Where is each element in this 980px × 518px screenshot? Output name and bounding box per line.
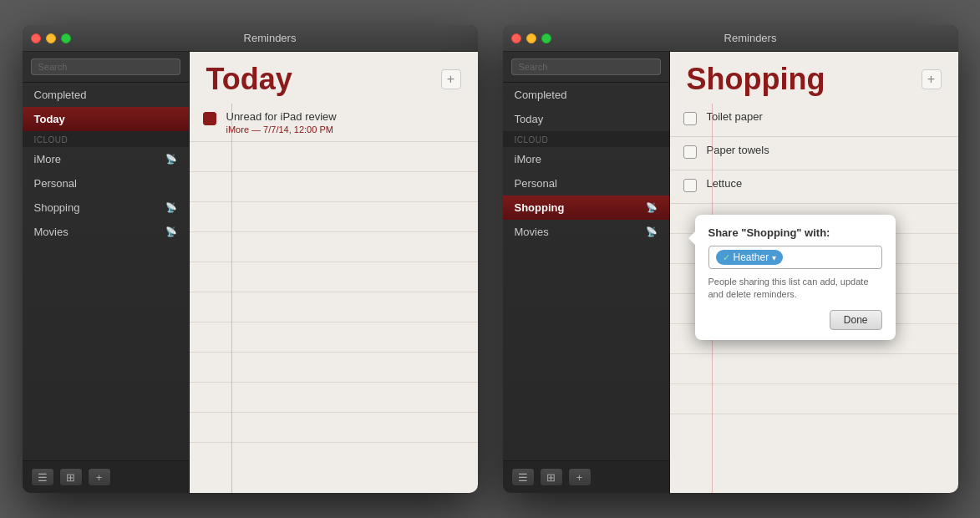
empty-line — [190, 142, 478, 172]
table-row[interactable]: Toilet paper — [670, 104, 958, 137]
titlebar-2: Reminders — [503, 25, 958, 52]
add-list-button-2[interactable]: + — [568, 468, 592, 486]
sidebar-item-today-1[interactable]: Today — [23, 107, 189, 131]
search-input-1[interactable] — [31, 58, 180, 75]
rss-icon-imore-1: 📡 — [165, 154, 177, 165]
sidebar-item-label: Today — [515, 113, 544, 125]
titlebar-1: Reminders — [23, 25, 478, 52]
note-lines-1: Unread for iPad review iMore — 7/7/14, 1… — [190, 104, 478, 493]
empty-line — [190, 232, 478, 262]
sidebar-item-personal-1[interactable]: Personal — [23, 171, 189, 196]
sidebar-item-movies-2[interactable]: Movies 📡 — [503, 220, 669, 244]
heather-tag[interactable]: ✓ Heather ▾ — [716, 250, 784, 265]
close-button-1[interactable] — [31, 33, 41, 43]
main-content-1: Today + Unread for iPad review iMore — 7… — [190, 52, 478, 493]
sidebar-item-label: Shopping — [515, 201, 565, 214]
sidebar-items-2: Completed Today iCloud iMore Personal Sh… — [503, 83, 669, 460]
add-list-button-1[interactable]: + — [88, 468, 111, 486]
reminder-checkbox-1[interactable] — [203, 112, 216, 125]
grid-view-button-2[interactable]: ⊞ — [540, 468, 563, 486]
chevron-down-icon: ▾ — [772, 253, 776, 262]
empty-line — [190, 292, 478, 322]
grid-view-button-1[interactable]: ⊞ — [59, 468, 83, 486]
sidebar-search-2 — [503, 52, 669, 83]
main-header-2: Shopping + — [670, 52, 958, 104]
sidebar-item-today-2[interactable]: Today — [503, 107, 669, 131]
sidebar-item-shopping-2[interactable]: Shopping 📡 — [503, 196, 669, 220]
sidebar-1: Completed Today iCloud iMore 📡 Personal … — [23, 52, 190, 493]
sidebar-item-label: Completed — [34, 89, 87, 101]
reminder-checkbox-lettuce[interactable] — [683, 179, 697, 192]
sidebar-item-label: Movies — [515, 226, 549, 238]
window-body-2: Completed Today iCloud iMore Personal Sh… — [503, 52, 958, 493]
window-title-2: Reminders — [551, 32, 950, 44]
rss-icon-movies-1: 📡 — [165, 226, 177, 237]
sidebar-item-imore-2[interactable]: iMore — [503, 147, 669, 171]
sidebar-item-movies-1[interactable]: Movies 📡 — [23, 220, 189, 244]
page-title-2: Shopping — [687, 62, 922, 97]
sidebar-item-label: Personal — [34, 177, 77, 190]
maximize-button-1[interactable] — [61, 33, 71, 43]
empty-line — [190, 202, 478, 232]
list-view-button-1[interactable]: ☰ — [31, 468, 54, 486]
window-title-1: Reminders — [71, 32, 470, 44]
rss-icon-shopping-2: 📡 — [646, 202, 658, 213]
icloud-header-1: iCloud — [23, 131, 189, 147]
sidebar-item-label: Movies — [34, 226, 69, 238]
empty-line — [190, 353, 478, 383]
share-input-area[interactable]: ✓ Heather ▾ — [708, 246, 882, 269]
table-row[interactable]: Paper towels — [670, 137, 958, 170]
sidebar-item-completed-2[interactable]: Completed — [503, 83, 669, 107]
share-description: People sharing this list can add, update… — [708, 276, 882, 302]
minimize-button-2[interactable] — [526, 33, 536, 43]
sidebar-item-label: Personal — [515, 177, 557, 190]
window-2: Reminders Completed Today iCloud iMore P… — [503, 25, 958, 493]
sidebar-item-label: iMore — [34, 153, 62, 165]
share-popup-title: Share "Shopping" with: — [708, 226, 882, 239]
sidebar-item-label: Completed — [515, 89, 567, 101]
main-content-2: Shopping + Toilet paper Paper towels Let… — [670, 52, 958, 493]
traffic-lights-2 — [511, 33, 551, 43]
empty-line — [670, 384, 958, 414]
empty-line — [190, 172, 478, 202]
sidebar-search-1 — [23, 52, 189, 83]
close-button-2[interactable] — [511, 33, 521, 43]
reminder-content-1: Unread for iPad review iMore — 7/7/14, 1… — [226, 110, 337, 135]
sidebar-item-shopping-1[interactable]: Shopping 📡 — [23, 196, 189, 220]
sidebar-toolbar-2: ☰ ⊞ + — [503, 460, 669, 493]
heather-name: Heather — [734, 251, 769, 263]
empty-line — [190, 383, 478, 413]
maximize-button-2[interactable] — [541, 33, 551, 43]
window-1: Reminders Completed Today iCloud iMore 📡 — [23, 25, 478, 493]
sidebar-item-label: iMore — [515, 153, 542, 165]
page-title-1: Today — [206, 62, 441, 97]
sidebar-item-personal-2[interactable]: Personal — [503, 171, 669, 196]
window-body-1: Completed Today iCloud iMore 📡 Personal … — [23, 52, 478, 493]
rss-icon-movies-2: 📡 — [646, 226, 658, 237]
empty-line — [670, 354, 958, 384]
table-row[interactable]: Lettuce — [670, 170, 958, 204]
sidebar-item-imore-1[interactable]: iMore 📡 — [23, 147, 189, 171]
sidebar-toolbar-1: ☰ ⊞ + — [23, 460, 189, 493]
reminder-text-lettuce: Lettuce — [707, 177, 743, 190]
sidebar-item-label: Today — [34, 113, 65, 125]
table-row[interactable]: Unread for iPad review iMore — 7/7/14, 1… — [190, 104, 478, 142]
minimize-button-1[interactable] — [46, 33, 56, 43]
search-input-2[interactable] — [511, 58, 661, 75]
sidebar-item-completed-1[interactable]: Completed — [23, 83, 189, 107]
sidebar-2: Completed Today iCloud iMore Personal Sh… — [503, 52, 670, 493]
reminder-text-paper-towels: Paper towels — [707, 144, 769, 156]
list-view-button-2[interactable]: ☰ — [511, 468, 535, 486]
reminder-text-toilet-paper: Toilet paper — [707, 110, 763, 123]
share-popup: Share "Shopping" with: ✓ Heather ▾ Peopl… — [695, 215, 896, 340]
add-reminder-button-2[interactable]: + — [922, 69, 942, 89]
main-header-1: Today + — [190, 52, 478, 104]
reminder-subtitle-1: iMore — 7/7/14, 12:00 PM — [226, 124, 337, 135]
traffic-lights-1 — [31, 33, 71, 43]
share-done-button[interactable]: Done — [830, 310, 882, 330]
add-reminder-button-1[interactable]: + — [441, 69, 461, 89]
reminder-checkbox-paper-towels[interactable] — [683, 145, 697, 159]
empty-line — [190, 413, 478, 443]
reminder-checkbox-toilet-paper[interactable] — [683, 112, 697, 125]
sidebar-item-label: Shopping — [34, 201, 80, 214]
